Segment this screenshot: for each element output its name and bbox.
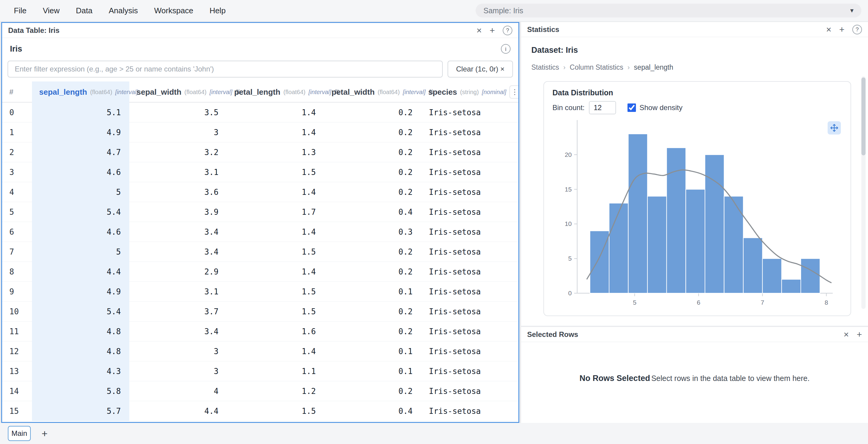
scrollbar-track[interactable] <box>861 76 866 309</box>
breadcrumb-item[interactable]: Column Statistics <box>569 63 623 71</box>
tab-main[interactable]: Main <box>8 426 31 441</box>
table-cell: 1.4 <box>227 182 324 202</box>
show-density-checkbox[interactable] <box>627 103 636 112</box>
data-table-panel-header: Data Table: Iris × + ? <box>2 23 518 38</box>
table-cell: 4.6 <box>32 222 129 242</box>
histogram-bar[interactable] <box>724 196 744 293</box>
table-cell: 0.2 <box>324 182 421 202</box>
histogram-bar[interactable] <box>801 259 820 293</box>
table-row[interactable]: 453.61.40.2Iris-setosa <box>2 182 518 202</box>
breadcrumb-item[interactable]: sepal_length <box>634 63 673 71</box>
add-tab-button[interactable]: + <box>41 428 48 440</box>
histogram-bar[interactable] <box>705 155 724 293</box>
help-icon[interactable]: ? <box>852 25 862 34</box>
menu-item-view[interactable]: View <box>43 6 60 16</box>
column-dtype: (float64) <box>90 89 112 96</box>
add-icon[interactable]: + <box>490 26 495 35</box>
column-role: [nominal] <box>482 89 506 96</box>
clear-filter-button[interactable]: Clear (1c, 0r) × <box>447 61 513 78</box>
column-name: petal_width <box>332 87 375 97</box>
statistics-panel-header: Statistics × + ? <box>521 22 868 37</box>
table-cell: 1.1 <box>227 361 324 381</box>
table-row[interactable]: 55.43.91.70.4Iris-setosa <box>2 202 518 222</box>
y-tick-label: 10 <box>565 220 572 227</box>
dataset-select[interactable]: Sample: Iris ▾ <box>475 4 861 18</box>
chart-controls: Bin count: Show density <box>553 101 842 115</box>
table-row[interactable]: 84.42.91.40.2Iris-setosa <box>2 262 518 282</box>
dataset-select-value: Sample: Iris <box>484 6 523 15</box>
table-cell: Iris-setosa <box>421 202 518 222</box>
bottom-bar: Main + <box>0 423 868 444</box>
histogram-bar[interactable] <box>590 231 609 293</box>
add-icon[interactable]: + <box>857 330 862 339</box>
table-row[interactable]: 753.41.50.2Iris-setosa <box>2 242 518 262</box>
row-index: 0 <box>2 102 32 122</box>
table-cell: 5.4 <box>32 302 129 322</box>
x-tick-label: 7 <box>761 299 764 306</box>
table-row[interactable]: 124.831.40.1Iris-setosa <box>2 342 518 361</box>
table-row[interactable]: 34.63.11.50.2Iris-setosa <box>2 162 518 182</box>
menu-item-analysis[interactable]: Analysis <box>109 6 138 16</box>
filter-input[interactable] <box>7 61 443 78</box>
row-index: 1 <box>2 122 32 142</box>
selected-rows-panel: Selected Rows × + No Rows Selected Selec… <box>521 327 868 423</box>
close-icon[interactable]: × <box>476 26 482 35</box>
table-cell: 1.5 <box>227 162 324 182</box>
breadcrumb-item[interactable]: Statistics <box>531 63 559 71</box>
histogram-bar[interactable] <box>763 259 782 293</box>
histogram-bar[interactable] <box>628 134 648 293</box>
empty-state: No Rows Selected Select rows in the data… <box>521 342 868 414</box>
column-header-petal_width[interactable]: petal_width(float64)[interval]⇅ <box>324 82 421 102</box>
table-row[interactable]: 145.841.20.2Iris-setosa <box>2 381 518 401</box>
scrollbar-thumb[interactable] <box>861 78 866 155</box>
table-row[interactable]: 105.43.71.50.2Iris-setosa <box>2 302 518 322</box>
data-table: #sepal_length(float64)[interval]sepal_wi… <box>2 82 518 421</box>
histogram-bar[interactable] <box>781 279 801 293</box>
column-header-species[interactable]: species(string)[nominal]⋮ <box>421 82 519 102</box>
histogram-bar[interactable] <box>609 203 628 293</box>
row-index: 2 <box>2 142 32 162</box>
histogram-bar[interactable] <box>743 238 763 293</box>
close-icon[interactable]: × <box>844 330 849 339</box>
column-header-sepal_width[interactable]: sepal_width(float64)[interval]⇅ <box>129 82 227 102</box>
histogram-svg: 051015205678 <box>553 117 841 307</box>
column-header-sepal_length[interactable]: sepal_length(float64)[interval] <box>32 82 129 102</box>
table-cell: 0.2 <box>324 262 421 282</box>
column-header-petal_length[interactable]: petal_length(float64)[interval]⇅ <box>227 82 324 102</box>
add-icon[interactable]: + <box>839 25 844 34</box>
table-row[interactable]: 24.73.21.30.2Iris-setosa <box>2 142 518 162</box>
table-cell: 5 <box>32 182 129 202</box>
histogram-bar[interactable] <box>647 196 667 293</box>
table-cell: 4.8 <box>32 342 129 361</box>
table-row[interactable]: 114.83.41.60.2Iris-setosa <box>2 322 518 342</box>
table-cell: Iris-setosa <box>421 342 518 361</box>
table-cell: 5.8 <box>32 381 129 401</box>
table-row[interactable]: 94.93.11.50.1Iris-setosa <box>2 282 518 302</box>
menu-item-workspace[interactable]: Workspace <box>154 6 193 16</box>
data-table-panel-title: Data Table: Iris <box>8 26 59 35</box>
table-cell: Iris-setosa <box>421 302 518 322</box>
table-cell: Iris-setosa <box>421 322 518 342</box>
menu-item-data[interactable]: Data <box>76 6 93 16</box>
bin-count-input[interactable] <box>589 101 616 114</box>
column-dtype: (float64) <box>184 89 207 96</box>
table-row[interactable]: 14.931.40.2Iris-setosa <box>2 122 518 142</box>
help-icon[interactable]: ? <box>503 26 513 35</box>
column-menu-icon[interactable]: ⋮ <box>509 85 519 99</box>
table-row[interactable]: 134.331.10.1Iris-setosa <box>2 361 518 381</box>
info-icon[interactable]: i <box>501 44 510 54</box>
column-header-index[interactable]: # <box>2 82 32 102</box>
close-icon[interactable]: × <box>826 25 832 34</box>
x-tick-label: 8 <box>825 299 828 306</box>
histogram-bar[interactable] <box>686 189 705 293</box>
table-row[interactable]: 05.13.51.40.2Iris-setosa <box>2 102 518 122</box>
table-cell: 1.4 <box>227 102 324 122</box>
menu-item-file[interactable]: File <box>14 6 27 16</box>
table-row[interactable]: 64.63.41.40.3Iris-setosa <box>2 222 518 242</box>
pan-tool-button[interactable] <box>828 121 841 135</box>
table-cell: Iris-setosa <box>421 122 518 142</box>
menu-item-help[interactable]: Help <box>210 6 225 16</box>
breadcrumb-separator: › <box>627 64 629 71</box>
empty-state-message: Select rows in the data table to view th… <box>651 374 809 383</box>
table-row[interactable]: 155.74.41.50.4Iris-setosa <box>2 401 518 421</box>
